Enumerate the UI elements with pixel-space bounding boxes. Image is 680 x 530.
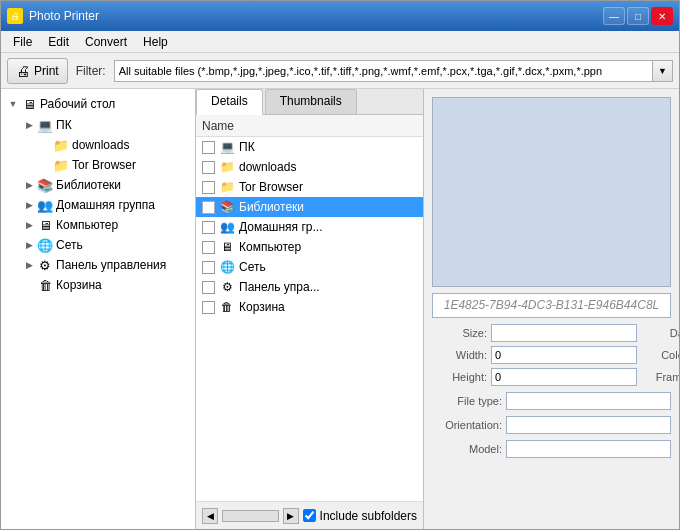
include-subfolders-text: Include subfolders (320, 509, 417, 523)
list-item[interactable]: 👥 Домашняя гр... (196, 217, 423, 237)
column-name: Name (202, 119, 234, 133)
tree-expand-desktop[interactable]: ▼ (5, 96, 21, 112)
filter-container: ▼ (114, 60, 673, 82)
include-subfolders-label[interactable]: Include subfolders (303, 509, 417, 523)
scrollbar-track[interactable] (222, 510, 279, 522)
file-list-header: Name (196, 115, 423, 137)
tree-label-network: Сеть (56, 238, 83, 252)
file-checkbox-downloads[interactable] (202, 161, 215, 174)
tree-root-label: Рабочий стол (40, 97, 115, 111)
scroll-right-button[interactable]: ▶ (283, 508, 299, 524)
tree-expand-network[interactable]: ▶ (21, 237, 37, 253)
tree-expand-controlpanel[interactable]: ▶ (21, 257, 37, 273)
height-frames-row: Height: Frames: (432, 368, 671, 386)
width-row: Width: (432, 346, 637, 364)
filetype-label: File type: (432, 395, 502, 407)
file-tor-icon: 📁 (219, 179, 235, 195)
tree-item-network[interactable]: ▶ 🌐 Сеть (17, 235, 195, 255)
list-item[interactable]: 📁 Tor Browser (196, 177, 423, 197)
include-subfolders-checkbox[interactable] (303, 509, 316, 522)
list-item[interactable]: 💻 ПК (196, 137, 423, 157)
file-panel-footer: ◀ ▶ Include subfolders (196, 501, 423, 529)
app-icon: 🖨 (7, 8, 23, 24)
tree-expand-computer[interactable]: ▶ (21, 217, 37, 233)
tree-item-recycle[interactable]: ▶ 🗑 Корзина (17, 275, 195, 295)
tree-item-libraries[interactable]: ▶ 📚 Библиотеки (17, 175, 195, 195)
list-item[interactable]: 🖥 Компьютер (196, 237, 423, 257)
tree-label-libraries: Библиотеки (56, 178, 121, 192)
menu-help[interactable]: Help (135, 33, 176, 51)
tree-expand-homegroup[interactable]: ▶ (21, 197, 37, 213)
tree-expand-pc[interactable]: ▶ (21, 117, 37, 133)
file-panel: Details Thumbnails Name 💻 ПК 📁 do (196, 89, 424, 529)
print-icon: 🖨 (16, 63, 30, 79)
menu-edit[interactable]: Edit (40, 33, 77, 51)
file-name-computer: Компьютер (239, 240, 301, 254)
tree-item-homegroup[interactable]: ▶ 👥 Домашняя группа (17, 195, 195, 215)
file-name-network: Сеть (239, 260, 266, 274)
print-button[interactable]: 🖨 Print (7, 58, 68, 84)
file-checkbox-controlpanel[interactable] (202, 281, 215, 294)
list-item[interactable]: 📁 downloads (196, 157, 423, 177)
file-name-tor: Tor Browser (239, 180, 303, 194)
height-value[interactable] (491, 368, 637, 386)
preview-panel: 1E4825-7B94-4DC3-B131-E946B44C8L Size: D… (424, 89, 679, 529)
minimize-button[interactable]: — (603, 7, 625, 25)
list-item[interactable]: ⚙ Панель упра... (196, 277, 423, 297)
tree-root-desktop[interactable]: ▼ 🖥 Рабочий стол (1, 93, 195, 115)
list-item[interactable]: 🗑 Корзина (196, 297, 423, 317)
file-checkbox-pc[interactable] (202, 141, 215, 154)
model-row: Model: (432, 440, 671, 458)
list-item[interactable]: 🌐 Сеть (196, 257, 423, 277)
size-value[interactable] (491, 324, 637, 342)
computer-icon: 🖥 (37, 217, 53, 233)
height-label: Height: (432, 371, 487, 383)
model-label: Model: (432, 443, 502, 455)
tree-item-computer[interactable]: ▶ 🖥 Компьютер (17, 215, 195, 235)
list-item[interactable]: 📚 Библиотеки (196, 197, 423, 217)
tree-expand-libraries[interactable]: ▶ (21, 177, 37, 193)
colors-label: Colors: (641, 349, 679, 361)
file-tabs: Details Thumbnails (196, 89, 423, 115)
model-value[interactable] (506, 440, 671, 458)
colors-row: Colors: (641, 346, 679, 364)
desktop-icon: 🖥 (21, 96, 37, 112)
toolbar: 🖨 Print Filter: ▼ (1, 53, 679, 89)
file-downloads-icon: 📁 (219, 159, 235, 175)
tree-item-downloads[interactable]: ▶ 📁 downloads (33, 135, 195, 155)
file-list: 💻 ПК 📁 downloads 📁 Tor Browser (196, 137, 423, 501)
close-button[interactable]: ✕ (651, 7, 673, 25)
filter-input[interactable] (114, 60, 653, 82)
scroll-left-button[interactable]: ◀ (202, 508, 218, 524)
tree-label-tor: Tor Browser (72, 158, 136, 172)
guid-bar: 1E4825-7B94-4DC3-B131-E946B44C8L (432, 293, 671, 318)
menu-convert[interactable]: Convert (77, 33, 135, 51)
info-section: Size: Date: Width: Colors: (432, 324, 671, 458)
menu-file[interactable]: File (5, 33, 40, 51)
file-checkbox-libraries[interactable] (202, 201, 215, 214)
orientation-value[interactable] (506, 416, 671, 434)
file-checkbox-recycle[interactable] (202, 301, 215, 314)
tree-item-pc[interactable]: ▶ 💻 ПК (17, 115, 195, 135)
tree-item-tor[interactable]: ▶ 📁 Tor Browser (33, 155, 195, 175)
tab-details[interactable]: Details (196, 89, 263, 115)
title-bar: 🖨 Photo Printer — □ ✕ (1, 1, 679, 31)
file-checkbox-network[interactable] (202, 261, 215, 274)
filetype-value[interactable] (506, 392, 671, 410)
tree-label-homegroup: Домашняя группа (56, 198, 155, 212)
file-checkbox-computer[interactable] (202, 241, 215, 254)
filter-dropdown-arrow[interactable]: ▼ (653, 60, 673, 82)
date-label: Date: (641, 327, 679, 339)
tab-thumbnails[interactable]: Thumbnails (265, 89, 357, 114)
file-network-icon: 🌐 (219, 259, 235, 275)
maximize-button[interactable]: □ (627, 7, 649, 25)
file-checkbox-homegroup[interactable] (202, 221, 215, 234)
file-checkbox-tor[interactable] (202, 181, 215, 194)
width-value[interactable] (491, 346, 637, 364)
print-label: Print (34, 64, 59, 78)
file-name-downloads: downloads (239, 160, 296, 174)
size-label: Size: (432, 327, 487, 339)
menu-bar: File Edit Convert Help (1, 31, 679, 53)
size-date-row: Size: Date: (432, 324, 671, 342)
tree-item-controlpanel[interactable]: ▶ ⚙ Панель управления (17, 255, 195, 275)
